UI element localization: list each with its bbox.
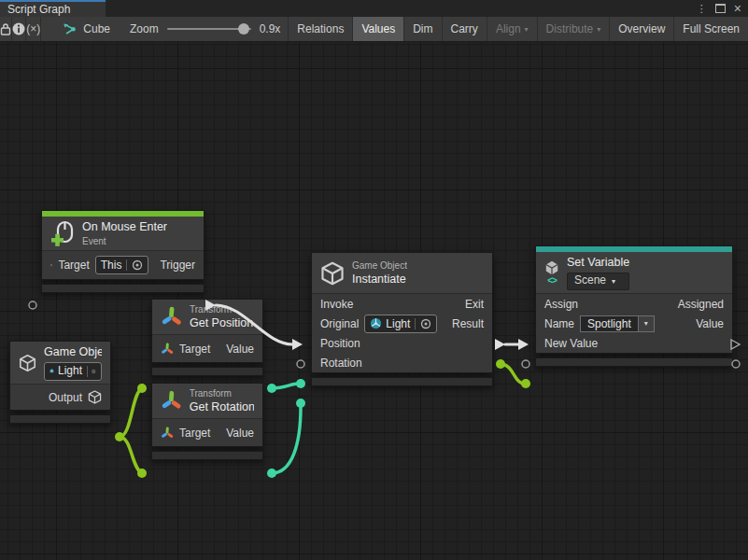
distribute-label: Distribute — [546, 22, 594, 35]
chevron-down-icon: ▾ — [525, 26, 529, 34]
port-position-in[interactable] — [296, 379, 305, 388]
unity-object-icon — [49, 365, 54, 377]
graph-flow-icon — [62, 21, 77, 36]
target-port-label: Target — [179, 343, 210, 356]
assign-port-label: Assign — [544, 298, 578, 311]
node-footer — [311, 377, 493, 386]
port-name-in[interactable] — [522, 360, 529, 368]
target-port-label: Target — [58, 259, 89, 272]
node-set-variable[interactable]: <> Set Variable Scene ▾ Assign Assigned — [535, 245, 733, 367]
object-picker-icon[interactable] — [420, 318, 431, 329]
value-port-label: Value — [690, 317, 724, 330]
window-controls: ⋮ × — [697, 0, 748, 17]
variables-button[interactable]: (×) — [26, 17, 40, 41]
target-value-chip[interactable]: This — [95, 256, 149, 274]
variable-name-value[interactable]: Spotlight — [580, 315, 639, 332]
fullscreen-button[interactable]: Full Screen — [674, 17, 748, 41]
port-getrotation-target-in[interactable] — [137, 469, 147, 478]
original-value: Light — [386, 317, 410, 330]
game-object-icon — [88, 390, 102, 404]
zoom-value: 0.9x — [260, 22, 281, 35]
relations-button[interactable]: Relations — [289, 17, 352, 41]
node-title: Set Variable — [567, 255, 629, 270]
port-assign-in[interactable] — [518, 339, 529, 350]
port-original-in[interactable] — [297, 360, 304, 368]
scope-value: Scene — [574, 273, 606, 288]
script-graph-window: Script Graph ⋮ × (×) Cube Zoom — [0, 0, 748, 560]
graph-canvas[interactable]: On Mouse Enter Event Target This Trigger — [0, 42, 748, 560]
info-icon — [12, 22, 25, 35]
wire-result-to-newvalue — [501, 364, 525, 384]
node-get-rotation[interactable]: Transform Get Rotation Target Value — [151, 383, 263, 460]
node-get-position[interactable]: Transform Get Position Target Value — [151, 299, 263, 376]
node-subtitle: Event — [82, 235, 167, 247]
object-value: Light — [58, 364, 82, 379]
chevron-down-icon: ▾ — [612, 278, 615, 286]
wire-output-to-getrotation-target — [120, 437, 142, 473]
chevron-down-icon: ▾ — [597, 26, 600, 34]
port-result-out[interactable] — [496, 359, 505, 369]
close-icon[interactable]: × — [734, 2, 741, 15]
overview-button[interactable]: Overview — [610, 17, 673, 41]
panel-menu-icon[interactable]: ⋮ — [697, 4, 707, 14]
object-picker-icon[interactable] — [132, 259, 143, 271]
node-category: Game Object — [352, 259, 407, 272]
node-game-object-literal[interactable]: Game Object Light Output — [9, 341, 111, 424]
maximize-icon[interactable] — [715, 4, 726, 13]
chip-divider — [415, 318, 416, 329]
node-instantiate[interactable]: Game Object Instantiate Invoke Exit Orig… — [311, 252, 493, 386]
variable-name-field[interactable]: Spotlight ▾ — [580, 315, 655, 332]
value-port-label: Value — [220, 343, 254, 356]
node-category: Transform — [190, 387, 254, 399]
object-value-chip[interactable]: Light — [44, 362, 102, 381]
lock-button[interactable] — [0, 17, 11, 41]
unity-logo-icon — [544, 260, 559, 275]
port-getposition-target-in[interactable] — [137, 384, 147, 393]
carry-button[interactable]: Carry — [443, 17, 487, 41]
object-picker-icon[interactable] — [92, 366, 96, 377]
lock-icon — [0, 22, 11, 35]
port-new-value-in[interactable] — [521, 379, 530, 388]
node-title: On Mouse Enter — [82, 219, 167, 234]
port-rotation-in[interactable] — [296, 399, 305, 408]
node-footer — [151, 451, 263, 460]
distribute-button[interactable]: Distribute ▾ — [538, 17, 610, 41]
invoke-port-label: Invoke — [320, 298, 353, 311]
chip-divider — [126, 259, 127, 271]
graph-name: Cube — [83, 22, 110, 35]
exit-port-label: Exit — [459, 298, 484, 311]
variable-name-dropdown[interactable]: ▾ — [639, 315, 655, 332]
node-category: Transform — [190, 303, 253, 315]
align-button[interactable]: Align ▾ — [487, 17, 537, 41]
values-button[interactable]: Values — [353, 17, 403, 41]
result-port-label: Result — [446, 317, 484, 330]
zoom-control: Zoom 0.9x — [122, 22, 288, 35]
node-on-mouse-enter[interactable]: On Mouse Enter Event Target This Trigger — [41, 210, 205, 293]
graph-breadcrumb[interactable]: Cube — [41, 21, 122, 36]
port-invoke-in[interactable] — [292, 339, 303, 350]
dim-button[interactable]: Dim — [404, 17, 441, 41]
port-target-in-on-mouse-enter[interactable] — [29, 301, 36, 309]
variable-scope-dropdown[interactable]: Scene ▾ — [567, 273, 629, 290]
port-getrotation-value-out[interactable] — [267, 469, 276, 478]
zoom-slider-handle[interactable] — [238, 23, 249, 35]
info-button[interactable] — [12, 17, 25, 41]
port-exit-out[interactable] — [495, 339, 505, 350]
node-title: Instantiate — [352, 272, 407, 287]
port-getposition-value-out[interactable] — [267, 384, 276, 393]
wire-getrotation-value-to-rotation — [272, 407, 301, 473]
port-value-out[interactable] — [732, 360, 740, 368]
port-output-game-object[interactable] — [115, 432, 124, 441]
zoom-label: Zoom — [130, 22, 159, 35]
game-object-icon — [320, 261, 345, 286]
tab-script-graph[interactable]: Script Graph — [0, 0, 106, 17]
original-value-chip[interactable]: Light — [364, 315, 437, 333]
game-object-icon — [19, 352, 36, 374]
tab-title: Script Graph — [7, 3, 70, 16]
relations-label: Relations — [297, 22, 344, 35]
dim-label: Dim — [413, 22, 432, 35]
node-footer — [535, 357, 733, 367]
zoom-slider-track[interactable] — [167, 28, 251, 30]
mouse-enter-icon — [50, 220, 75, 246]
graph-toolbar: (×) Cube Zoom 0.9x Relations Values Dim … — [0, 17, 748, 42]
